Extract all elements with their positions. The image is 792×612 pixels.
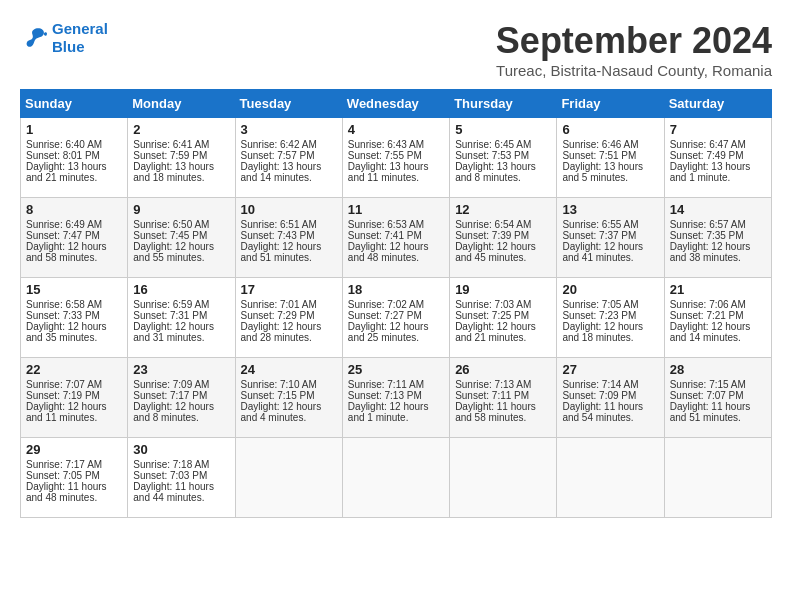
day-number: 6 (562, 122, 658, 137)
daylight-text: Daylight: 13 hours and 21 minutes. (26, 161, 107, 183)
daylight-text: Daylight: 13 hours and 1 minute. (670, 161, 751, 183)
daylight-text: Daylight: 13 hours and 8 minutes. (455, 161, 536, 183)
sunset-text: Sunset: 7:47 PM (26, 230, 100, 241)
sunset-text: Sunset: 7:57 PM (241, 150, 315, 161)
day-number: 1 (26, 122, 122, 137)
table-row: 1Sunrise: 6:40 AMSunset: 8:01 PMDaylight… (21, 118, 128, 198)
col-header-thursday: Thursday (450, 90, 557, 118)
daylight-text: Daylight: 13 hours and 11 minutes. (348, 161, 429, 183)
table-row: 26Sunrise: 7:13 AMSunset: 7:11 PMDayligh… (450, 358, 557, 438)
sunrise-text: Sunrise: 6:43 AM (348, 139, 424, 150)
table-row: 8Sunrise: 6:49 AMSunset: 7:47 PMDaylight… (21, 198, 128, 278)
location-subtitle: Tureac, Bistrita-Nasaud County, Romania (496, 62, 772, 79)
sunrise-text: Sunrise: 7:18 AM (133, 459, 209, 470)
daylight-text: Daylight: 12 hours and 38 minutes. (670, 241, 751, 263)
sunrise-text: Sunrise: 7:15 AM (670, 379, 746, 390)
sunrise-text: Sunrise: 7:01 AM (241, 299, 317, 310)
sunset-text: Sunset: 7:35 PM (670, 230, 744, 241)
sunset-text: Sunset: 7:55 PM (348, 150, 422, 161)
daylight-text: Daylight: 12 hours and 8 minutes. (133, 401, 214, 423)
table-row (235, 438, 342, 518)
daylight-text: Daylight: 12 hours and 14 minutes. (670, 321, 751, 343)
daylight-text: Daylight: 11 hours and 48 minutes. (26, 481, 107, 503)
sunset-text: Sunset: 7:09 PM (562, 390, 636, 401)
table-row (450, 438, 557, 518)
sunrise-text: Sunrise: 6:45 AM (455, 139, 531, 150)
col-header-monday: Monday (128, 90, 235, 118)
day-number: 8 (26, 202, 122, 217)
sunrise-text: Sunrise: 7:14 AM (562, 379, 638, 390)
daylight-text: Daylight: 12 hours and 41 minutes. (562, 241, 643, 263)
sunset-text: Sunset: 7:13 PM (348, 390, 422, 401)
day-number: 15 (26, 282, 122, 297)
daylight-text: Daylight: 12 hours and 58 minutes. (26, 241, 107, 263)
logo-text: General Blue (52, 20, 108, 56)
day-number: 20 (562, 282, 658, 297)
daylight-text: Daylight: 12 hours and 45 minutes. (455, 241, 536, 263)
day-number: 21 (670, 282, 766, 297)
day-number: 9 (133, 202, 229, 217)
sunrise-text: Sunrise: 6:51 AM (241, 219, 317, 230)
sunset-text: Sunset: 7:11 PM (455, 390, 529, 401)
sunset-text: Sunset: 7:53 PM (455, 150, 529, 161)
daylight-text: Daylight: 12 hours and 35 minutes. (26, 321, 107, 343)
sunrise-text: Sunrise: 7:05 AM (562, 299, 638, 310)
table-row: 23Sunrise: 7:09 AMSunset: 7:17 PMDayligh… (128, 358, 235, 438)
table-row: 12Sunrise: 6:54 AMSunset: 7:39 PMDayligh… (450, 198, 557, 278)
daylight-text: Daylight: 12 hours and 1 minute. (348, 401, 429, 423)
sunset-text: Sunset: 7:21 PM (670, 310, 744, 321)
day-number: 22 (26, 362, 122, 377)
sunrise-text: Sunrise: 6:42 AM (241, 139, 317, 150)
table-row: 4Sunrise: 6:43 AMSunset: 7:55 PMDaylight… (342, 118, 449, 198)
table-row (342, 438, 449, 518)
table-row (557, 438, 664, 518)
table-row: 29Sunrise: 7:17 AMSunset: 7:05 PMDayligh… (21, 438, 128, 518)
day-number: 13 (562, 202, 658, 217)
daylight-text: Daylight: 12 hours and 55 minutes. (133, 241, 214, 263)
sunrise-text: Sunrise: 6:54 AM (455, 219, 531, 230)
daylight-text: Daylight: 11 hours and 51 minutes. (670, 401, 751, 423)
daylight-text: Daylight: 13 hours and 5 minutes. (562, 161, 643, 183)
sunrise-text: Sunrise: 6:58 AM (26, 299, 102, 310)
table-row: 18Sunrise: 7:02 AMSunset: 7:27 PMDayligh… (342, 278, 449, 358)
sunset-text: Sunset: 7:51 PM (562, 150, 636, 161)
day-number: 3 (241, 122, 337, 137)
sunset-text: Sunset: 7:15 PM (241, 390, 315, 401)
sunrise-text: Sunrise: 6:55 AM (562, 219, 638, 230)
day-number: 2 (133, 122, 229, 137)
daylight-text: Daylight: 11 hours and 54 minutes. (562, 401, 643, 423)
table-row: 15Sunrise: 6:58 AMSunset: 7:33 PMDayligh… (21, 278, 128, 358)
day-number: 28 (670, 362, 766, 377)
sunset-text: Sunset: 7:49 PM (670, 150, 744, 161)
table-row: 7Sunrise: 6:47 AMSunset: 7:49 PMDaylight… (664, 118, 771, 198)
sunrise-text: Sunrise: 7:13 AM (455, 379, 531, 390)
sunset-text: Sunset: 7:41 PM (348, 230, 422, 241)
day-number: 10 (241, 202, 337, 217)
sunset-text: Sunset: 7:17 PM (133, 390, 207, 401)
table-row: 10Sunrise: 6:51 AMSunset: 7:43 PMDayligh… (235, 198, 342, 278)
month-title: September 2024 (496, 20, 772, 62)
sunrise-text: Sunrise: 7:17 AM (26, 459, 102, 470)
table-row: 28Sunrise: 7:15 AMSunset: 7:07 PMDayligh… (664, 358, 771, 438)
sunset-text: Sunset: 7:23 PM (562, 310, 636, 321)
sunrise-text: Sunrise: 6:47 AM (670, 139, 746, 150)
daylight-text: Daylight: 12 hours and 51 minutes. (241, 241, 322, 263)
table-row: 3Sunrise: 6:42 AMSunset: 7:57 PMDaylight… (235, 118, 342, 198)
daylight-text: Daylight: 12 hours and 21 minutes. (455, 321, 536, 343)
sunset-text: Sunset: 7:59 PM (133, 150, 207, 161)
sunset-text: Sunset: 7:33 PM (26, 310, 100, 321)
day-number: 24 (241, 362, 337, 377)
table-row (664, 438, 771, 518)
sunset-text: Sunset: 7:37 PM (562, 230, 636, 241)
col-header-friday: Friday (557, 90, 664, 118)
sunrise-text: Sunrise: 6:57 AM (670, 219, 746, 230)
day-number: 23 (133, 362, 229, 377)
sunset-text: Sunset: 7:03 PM (133, 470, 207, 481)
day-number: 5 (455, 122, 551, 137)
table-row: 30Sunrise: 7:18 AMSunset: 7:03 PMDayligh… (128, 438, 235, 518)
daylight-text: Daylight: 12 hours and 11 minutes. (26, 401, 107, 423)
table-row: 22Sunrise: 7:07 AMSunset: 7:19 PMDayligh… (21, 358, 128, 438)
table-row: 11Sunrise: 6:53 AMSunset: 7:41 PMDayligh… (342, 198, 449, 278)
sunset-text: Sunset: 7:19 PM (26, 390, 100, 401)
day-number: 14 (670, 202, 766, 217)
